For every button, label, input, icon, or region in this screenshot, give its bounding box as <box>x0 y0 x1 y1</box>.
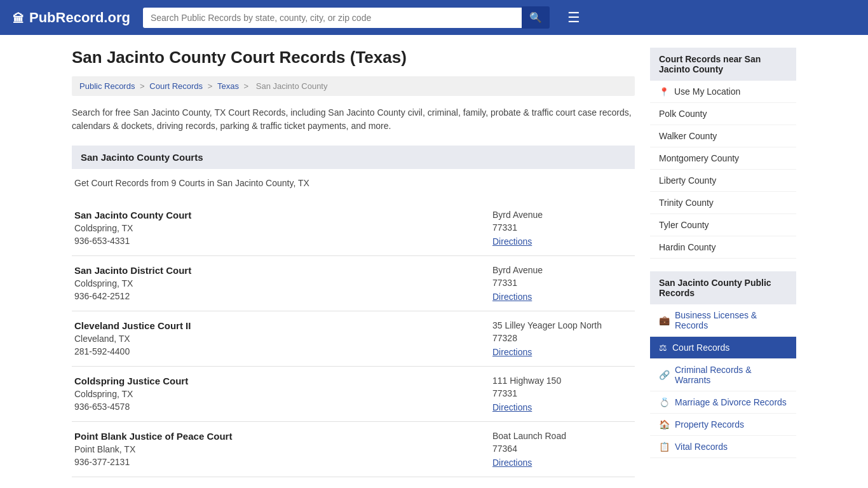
court-address: 35 Lilley Yeager Loop North <box>492 320 632 330</box>
breadcrumb-court-records[interactable]: Court Records <box>149 81 203 91</box>
court-city: Cleveland, TX <box>74 334 480 344</box>
sidebar-item-nearby[interactable]: Tyler County <box>650 214 796 236</box>
court-left-4: Point Blank Justice of Peace Court Point… <box>74 431 480 468</box>
sidebar-item-public-record[interactable]: 💍Marriage & Divorce Records <box>650 391 796 414</box>
court-right-4: Boat Launch Road 77364 Directions <box>492 431 632 468</box>
menu-button[interactable] <box>567 10 580 26</box>
court-zip: 77331 <box>492 388 632 398</box>
table-row: Cleveland Justice Court II Cleveland, TX… <box>72 311 635 367</box>
directions-link[interactable]: Directions <box>492 458 532 468</box>
sidebar-item-nearby[interactable]: Use My Location <box>650 81 796 103</box>
table-row: San Jacinto County Court Coldspring, TX … <box>72 201 635 256</box>
search-button[interactable]: 🔍 <box>522 6 550 29</box>
table-row: Coldspring Justice Court Coldspring, TX … <box>72 367 635 422</box>
court-left-1: San Jacinto District Court Coldspring, T… <box>74 265 480 302</box>
court-phone: 936-653-4578 <box>74 402 480 412</box>
search-icon: 🔍 <box>529 12 542 23</box>
logo-icon <box>13 9 24 27</box>
breadcrumb-texas[interactable]: Texas <box>217 81 239 91</box>
page-description: Search for free San Jacinto County, TX C… <box>72 106 635 133</box>
court-name: Cleveland Justice Court II <box>74 320 480 331</box>
sidebar-item-public-record[interactable]: 🏠Property Records <box>650 414 796 436</box>
court-name: Point Blank Justice of Peace Court <box>74 431 480 442</box>
sidebar-item-nearby[interactable]: Hardin County <box>650 236 796 259</box>
court-city: Coldspring, TX <box>74 278 480 288</box>
sidebar-item-public-record[interactable]: 💼Business Licenses & Records <box>650 304 796 337</box>
public-records-list: 💼Business Licenses & Records⚖Court Recor… <box>650 304 796 458</box>
sidebar: Court Records near San Jacinto County Us… <box>650 48 796 477</box>
court-address: Byrd Avenue <box>492 265 632 275</box>
court-left-3: Coldspring Justice Court Coldspring, TX … <box>74 376 480 412</box>
logo-text: PubRecord.org <box>29 10 130 26</box>
table-row: San Jacinto District Court Coldspring, T… <box>72 256 635 311</box>
court-city: Point Blank, TX <box>74 444 480 454</box>
sidebar-item-public-record[interactable]: 📋Vital Records <box>650 436 796 458</box>
sidebar-item-nearby[interactable]: Montgomery County <box>650 147 796 170</box>
directions-link[interactable]: Directions <box>492 236 532 247</box>
court-name: San Jacinto County Court <box>74 210 480 220</box>
court-city: Coldspring, TX <box>74 223 480 233</box>
briefcase-icon: 💼 <box>659 315 670 325</box>
directions-link[interactable]: Directions <box>492 402 532 412</box>
section-subtext: Get Court Records from 9 Courts in San J… <box>72 178 635 188</box>
court-left-2: Cleveland Justice Court II Cleveland, TX… <box>74 320 480 357</box>
court-phone: 936-653-4331 <box>74 236 480 246</box>
page-body: San Jacinto County Court Records (Texas)… <box>59 35 809 488</box>
sidebar-item-nearby[interactable]: Trinity County <box>650 192 796 214</box>
link-icon: 🔗 <box>659 370 670 380</box>
heart-icon: 💍 <box>659 397 670 407</box>
court-right-2: 35 Lilley Yeager Loop North 77328 Direct… <box>492 320 632 357</box>
court-name: Coldspring Justice Court <box>74 376 480 386</box>
court-city: Coldspring, TX <box>74 389 480 399</box>
main-content: San Jacinto County Court Records (Texas)… <box>72 48 635 477</box>
court-zip: 77364 <box>492 444 632 454</box>
court-zip: 77331 <box>492 278 632 288</box>
site-logo[interactable]: PubRecord.org <box>13 9 130 27</box>
courts-list: San Jacinto County Court Coldspring, TX … <box>72 201 635 477</box>
sidebar-item-public-record[interactable]: ⚖Court Records <box>650 337 796 359</box>
court-right-0: Byrd Avenue 77331 Directions <box>492 210 632 247</box>
hamburger-icon <box>567 10 580 25</box>
sidebar-item-nearby[interactable]: Liberty County <box>650 170 796 192</box>
court-name: San Jacinto District Court <box>74 265 480 276</box>
search-bar: 🔍 <box>143 6 550 29</box>
doc-icon: 📋 <box>659 442 670 452</box>
breadcrumb-public-records[interactable]: Public Records <box>79 81 135 91</box>
search-input[interactable] <box>143 8 522 28</box>
breadcrumb: Public Records > Court Records > Texas >… <box>72 76 635 96</box>
sidebar-item-nearby[interactable]: Walker County <box>650 125 796 147</box>
table-row: Point Blank Justice of Peace Court Point… <box>72 422 635 477</box>
court-right-1: Byrd Avenue 77331 Directions <box>492 265 632 302</box>
court-phone: 936-377-2131 <box>74 457 480 467</box>
directions-link[interactable]: Directions <box>492 347 532 357</box>
court-zip: 77328 <box>492 333 632 343</box>
court-address: 111 Highway 150 <box>492 376 632 386</box>
directions-link[interactable]: Directions <box>492 292 532 302</box>
court-zip: 77331 <box>492 222 632 233</box>
court-left-0: San Jacinto County Court Coldspring, TX … <box>74 210 480 247</box>
court-right-3: 111 Highway 150 77331 Directions <box>492 376 632 412</box>
sidebar-nearby-title: Court Records near San Jacinto County <box>650 48 796 81</box>
sidebar-item-nearby[interactable]: Polk County <box>650 103 796 125</box>
section-header: San Jacinto County Courts <box>72 146 635 169</box>
location-pin-icon <box>659 86 669 97</box>
scale-icon: ⚖ <box>659 342 667 353</box>
site-header: PubRecord.org 🔍 <box>0 0 868 35</box>
court-address: Byrd Avenue <box>492 210 632 220</box>
court-phone: 936-642-2512 <box>74 291 480 301</box>
sidebar-public-records-title: San Jacinto County Public Records <box>650 271 796 304</box>
sidebar-item-public-record[interactable]: 🔗Criminal Records & Warrants <box>650 359 796 391</box>
nearby-list: Use My LocationPolk CountyWalker CountyM… <box>650 81 796 259</box>
house-icon: 🏠 <box>659 419 670 430</box>
court-address: Boat Launch Road <box>492 431 632 441</box>
court-phone: 281-592-4400 <box>74 346 480 356</box>
page-title: San Jacinto County Court Records (Texas) <box>72 48 635 67</box>
breadcrumb-current: San Jacinto County <box>256 81 328 91</box>
